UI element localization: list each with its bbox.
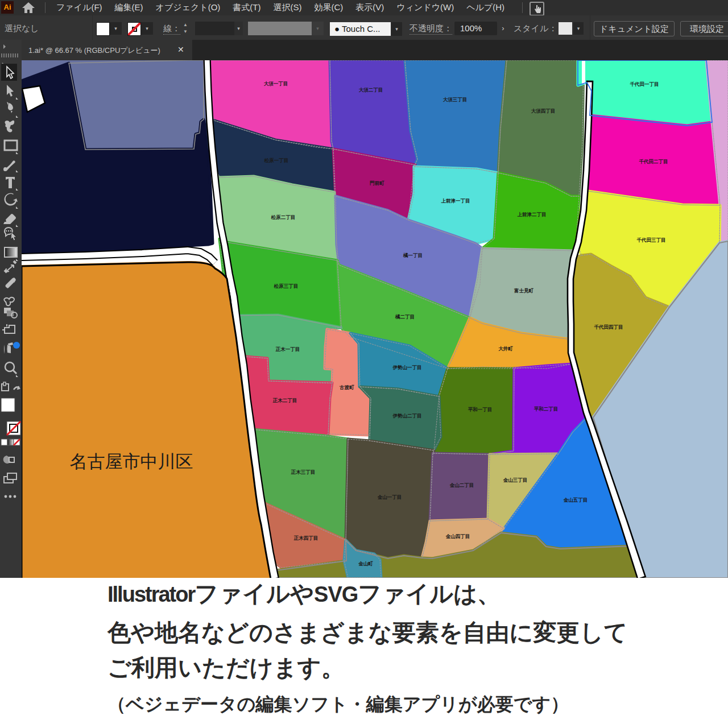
- svg-text:千代田四丁目: 千代田四丁目: [594, 324, 623, 330]
- svg-text:門前町: 門前町: [370, 180, 384, 186]
- svg-text:松原三丁目: 松原三丁目: [274, 283, 299, 289]
- svg-text:橘二丁目: 橘二丁目: [395, 314, 415, 320]
- svg-text:千代田三丁目: 千代田三丁目: [637, 237, 666, 243]
- svg-text:松原二丁目: 松原二丁目: [271, 214, 296, 220]
- svg-text:金山一丁目: 金山一丁目: [377, 494, 402, 500]
- svg-text:大須一丁目: 大須一丁目: [264, 81, 288, 86]
- svg-text:名古屋市中川区: 名古屋市中川区: [70, 452, 193, 471]
- svg-text:大井町: 大井町: [498, 346, 513, 351]
- svg-text:正木二丁目: 正木二丁目: [272, 398, 297, 403]
- svg-text:正木四丁目: 正木四丁目: [293, 535, 318, 541]
- svg-text:橘一丁目: 橘一丁目: [403, 253, 423, 258]
- svg-text:金山二丁目: 金山二丁目: [449, 482, 474, 488]
- svg-text:金山三丁目: 金山三丁目: [503, 477, 528, 483]
- svg-text:平和一丁目: 平和一丁目: [468, 407, 493, 412]
- svg-text:大須三丁目: 大須三丁目: [443, 97, 468, 102]
- svg-text:正木一丁目: 正木一丁目: [275, 346, 300, 352]
- svg-text:松原一丁目: 松原一丁目: [264, 158, 289, 163]
- svg-text:上前津二丁目: 上前津二丁目: [518, 212, 547, 217]
- svg-text:古渡町: 古渡町: [339, 384, 354, 390]
- svg-text:大須二丁目: 大須二丁目: [359, 87, 383, 93]
- svg-text:伊勢山一丁目: 伊勢山一丁目: [392, 365, 422, 370]
- svg-text:富士見町: 富士見町: [514, 288, 534, 293]
- svg-text:金山町: 金山町: [358, 561, 373, 566]
- svg-text:正木三丁目: 正木三丁目: [291, 469, 316, 475]
- svg-text:千代田一丁目: 千代田一丁目: [630, 81, 659, 87]
- svg-text:金山四丁目: 金山四丁目: [445, 533, 470, 539]
- svg-text:千代田二丁目: 千代田二丁目: [639, 159, 668, 164]
- svg-text:伊勢山二丁目: 伊勢山二丁目: [392, 413, 422, 419]
- svg-text:上前津一丁目: 上前津一丁目: [441, 198, 470, 204]
- svg-text:平和二丁目: 平和二丁目: [534, 406, 559, 412]
- svg-text:大須四丁目: 大須四丁目: [531, 108, 556, 114]
- svg-text:金山五丁目: 金山五丁目: [563, 497, 588, 503]
